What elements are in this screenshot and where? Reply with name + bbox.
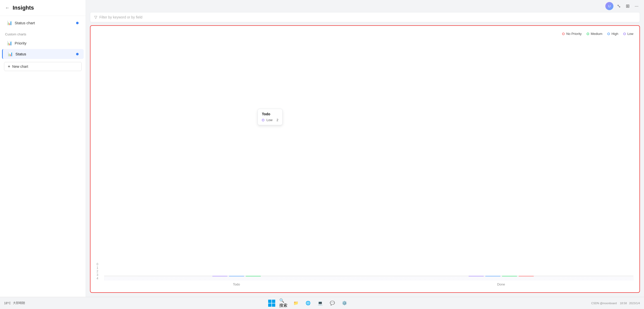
status-dot — [76, 22, 79, 24]
y-label-2: 2 — [97, 270, 101, 273]
tooltip-title: Todo — [262, 112, 278, 116]
filter-icon: ▽ — [94, 15, 97, 19]
bar-todo-high[interactable] — [229, 276, 244, 276]
new-chart-label: New chart — [12, 64, 28, 69]
chart-area: ▽ Filter by keyword or by field No Prior… — [86, 12, 644, 297]
chart-tooltip: Todo Low 2 — [258, 109, 283, 125]
sidebar-item-status-chart[interactable]: 📊 Status chart — [2, 18, 84, 28]
avatar: U — [605, 2, 613, 10]
bar-done-high[interactable] — [485, 276, 500, 276]
taskbar-weather: 18°C 大部晴朗 — [4, 301, 25, 305]
y-label-3: 3 — [97, 273, 101, 277]
legend-item-high: High — [607, 32, 618, 36]
bar-todo-medium[interactable] — [246, 276, 261, 276]
active-dot — [76, 53, 79, 55]
legend-label-low: Low — [627, 32, 633, 36]
bar-todo-low[interactable] — [212, 276, 227, 276]
bar-done-nopriority[interactable] — [519, 276, 534, 276]
file-manager-button[interactable]: 📁 — [291, 299, 301, 308]
x-label-todo: Todo — [109, 282, 364, 286]
low-dot — [623, 33, 626, 35]
header-toolbar: U ⤡ ⊞ ··· — [86, 0, 644, 12]
legend-item-medium: Medium — [587, 32, 602, 36]
sidebar-header: ← Insights — [0, 0, 86, 16]
sidebar-item-status[interactable]: 📊 Status — [2, 49, 84, 59]
y-label-4: 4 — [97, 277, 101, 280]
new-chart-button[interactable]: + New chart — [4, 62, 82, 71]
y-label-1: 1 — [97, 266, 101, 270]
taskbar-info: CSDN @moonboard 18:58 2023/1/4 — [591, 302, 640, 305]
date-label: 2023/1/4 — [629, 302, 640, 305]
sidebar: ← Insights 📊 Status chart Custom charts … — [0, 0, 86, 297]
chart-inner: 4 3 2 1 0 — [97, 40, 633, 286]
settings-icon: ⚙️ — [342, 301, 347, 305]
more-options-button[interactable]: ··· — [633, 3, 640, 10]
chat-button[interactable]: 💬 — [328, 299, 337, 308]
custom-charts-label: Custom charts — [0, 28, 86, 38]
filter-bar[interactable]: ▽ Filter by keyword or by field — [90, 12, 640, 22]
chart-legend: No Priority Medium High Low — [97, 32, 633, 36]
chart-view-button[interactable]: ⤡ — [615, 2, 622, 10]
search-icon: 🔍 搜索 — [279, 298, 288, 308]
bar-group-todo — [109, 276, 364, 276]
bar-done-medium[interactable] — [502, 276, 517, 276]
ide-button[interactable]: 💻 — [316, 299, 325, 308]
legend-label-high: High — [611, 32, 618, 36]
bar-icon-status: 📊 — [8, 52, 13, 56]
windows-start-button[interactable] — [267, 299, 276, 308]
bar-group-done — [374, 276, 628, 276]
tooltip-row: Low 2 — [262, 118, 278, 122]
chart-content: 4 3 2 1 0 — [97, 40, 633, 286]
chat-icon: 💬 — [330, 301, 335, 305]
y-axis: 4 3 2 1 0 — [97, 262, 104, 286]
taskbar: 18°C 大部晴朗 🔍 搜索 📁 🌐 💻 💬 ⚙️ — [0, 297, 644, 309]
split-view-button[interactable]: ⊞ — [624, 2, 631, 10]
tooltip-dot — [262, 119, 264, 121]
main-content: U ⤡ ⊞ ··· ▽ Filter by keyword or by fiel… — [86, 0, 644, 297]
medium-dot — [587, 33, 589, 35]
bar-done-low[interactable] — [469, 276, 484, 276]
bar-icon-priority: 📊 — [7, 41, 12, 46]
legend-item-low: Low — [623, 32, 633, 36]
no-priority-dot — [562, 33, 565, 35]
chart-box: No Priority Medium High Low — [90, 25, 640, 293]
legend-label-no-priority: No Priority — [566, 32, 582, 36]
x-label-done: Done — [374, 282, 628, 286]
y-label-0: 0 — [97, 262, 101, 266]
weather-desc: 大部晴朗 — [13, 301, 25, 305]
bar-chart-icon: 📊 — [7, 20, 12, 25]
file-icon: 📁 — [293, 301, 298, 305]
settings-button[interactable]: ⚙️ — [340, 299, 349, 308]
plus-icon: + — [8, 64, 10, 69]
brand-label: CSDN @moonboard — [591, 302, 617, 305]
browser-button[interactable]: 🌐 — [304, 299, 313, 308]
temperature: 18°C — [4, 301, 11, 305]
sidebar-item-priority[interactable]: 📊 Priority — [2, 38, 84, 48]
taskbar-center: 🔍 搜索 📁 🌐 💻 💬 ⚙️ — [267, 299, 349, 308]
back-button[interactable]: ← — [5, 5, 10, 11]
search-button[interactable]: 🔍 搜索 — [279, 299, 288, 308]
high-dot — [607, 33, 610, 35]
tooltip-row-label: Low — [266, 118, 272, 122]
page-title: Insights — [13, 5, 34, 11]
filter-placeholder: Filter by keyword or by field — [99, 15, 142, 19]
browser-icon: 🌐 — [306, 301, 311, 305]
legend-label-medium: Medium — [591, 32, 602, 36]
tooltip-row-value: 2 — [277, 118, 278, 122]
ide-icon: 💻 — [318, 301, 323, 305]
legend-item-no-priority: No Priority — [562, 32, 582, 36]
time-label: 18:58 — [620, 302, 627, 305]
